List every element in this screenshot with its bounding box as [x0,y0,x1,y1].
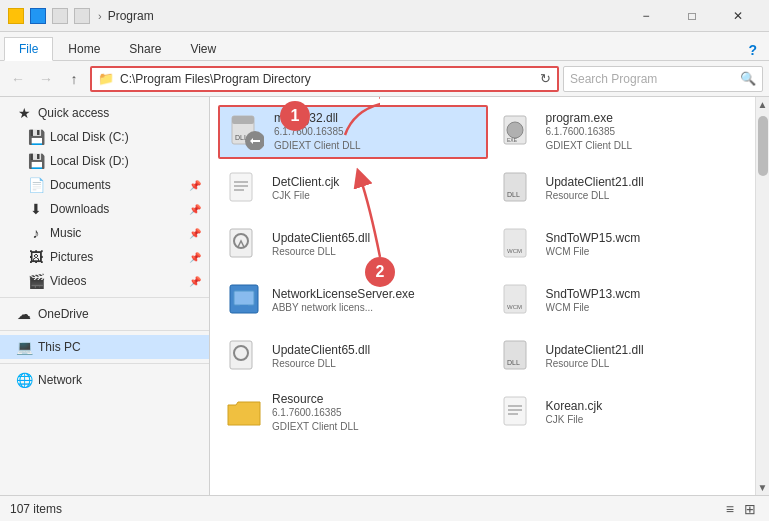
item-count: 107 items [10,502,62,516]
sidebar-item-label: Local Disk (D:) [50,154,201,168]
file-item-sndtowp15[interactable]: WCM SndToWP15.wcm WCM File [492,219,762,271]
file-icon-sndtowp15: WCM [498,225,538,265]
file-detail-updateclient21b: Resource DLL [546,357,756,371]
file-item-detclient[interactable]: DetClient.cjk CJK File [218,163,488,215]
annotation-badge-2: 2 [365,257,395,287]
file-item-program-exe[interactable]: EXE program.exe 6.1.7600.16385 GDIEXT Cl… [492,105,762,159]
tab-share[interactable]: Share [115,38,175,60]
sidebar-item-quick-access[interactable]: ★ Quick access [0,101,209,125]
file-item-sndtowp13[interactable]: WCM SndToWP13.wcm WCM File [492,275,762,327]
downloads-icon: ⬇ [28,201,44,217]
file-detail-resource-2: GDIEXT Client DLL [272,420,482,434]
view-list-button[interactable]: ≡ [723,501,737,517]
file-icon-sndtowp13: WCM [498,281,538,321]
local-disk-d-icon: 💾 [28,153,44,169]
sidebar-item-local-disk-d[interactable]: 💾 Local Disk (D:) [0,149,209,173]
file-item-updateclient21b[interactable]: DLL UpdateClient21.dll Resource DLL [492,331,762,383]
file-icon-networklicense [224,281,264,321]
file-item-updateclient65b[interactable]: UpdateClient65.dll Resource DLL [218,331,488,383]
scrollbar-vertical[interactable]: ▲ ▼ [755,97,769,495]
close-button[interactable]: ✕ [715,0,761,32]
file-name-updateclient65b: UpdateClient65.dll [272,343,482,357]
quick-access-icon: ★ [16,105,32,121]
sidebar-divider3 [0,363,209,364]
sidebar-item-label: Downloads [50,202,183,216]
search-icon[interactable]: 🔍 [740,71,756,86]
onedrive-icon: ☁ [16,306,32,322]
svg-rect-9 [234,185,248,187]
file-item-msimg32[interactable]: DLL msimg32.dll 6.1.7600.16385 GDIEXT Cl… [218,105,488,159]
main-content: ★ Quick access 💾 Local Disk (C:) 💾 Local… [0,97,769,495]
help-button[interactable]: ? [740,40,765,60]
sidebar-item-music[interactable]: ♪ Music 📌 [0,221,209,245]
file-info-detclient: DetClient.cjk CJK File [272,175,482,203]
file-name-korean: Korean.cjk [546,399,756,413]
file-info-updateclient21: UpdateClient21.dll Resource DLL [546,175,756,203]
sidebar-item-downloads[interactable]: ⬇ Downloads 📌 [0,197,209,221]
window-controls: − □ ✕ [623,0,761,32]
sidebar-item-label: Documents [50,178,183,192]
search-bar: Search Program 🔍 [563,66,763,92]
svg-text:DLL: DLL [507,191,520,198]
scrollbar-thumb[interactable] [758,116,768,176]
search-placeholder[interactable]: Search Program [570,72,740,86]
icon-yellow [8,8,24,24]
scrollbar-up-arrow[interactable]: ▲ [756,97,769,112]
tab-home[interactable]: Home [54,38,114,60]
maximize-button[interactable]: □ [669,0,715,32]
file-icon-detclient [224,169,264,209]
sidebar-item-this-pc[interactable]: 💻 This PC [0,335,209,359]
file-info-korean: Korean.cjk CJK File [546,399,756,427]
file-detail-sndtowp13: WCM File [546,301,756,315]
file-detail-msimg32-2: GDIEXT Client DLL [274,139,480,153]
file-info-resource: Resource 6.1.7600.16385 GDIEXT Client DL… [272,392,482,434]
address-text[interactable]: C:\Program Files\Program Directory [120,72,536,86]
svg-rect-18 [234,291,254,305]
sidebar-item-label: Videos [50,274,183,288]
refresh-button[interactable]: ↻ [540,71,551,86]
file-item-resource[interactable]: Resource 6.1.7600.16385 GDIEXT Client DL… [218,387,488,439]
pictures-icon: 🖼 [28,249,44,265]
scrollbar-down-arrow[interactable]: ▼ [756,480,769,495]
sidebar-item-documents[interactable]: 📄 Documents 📌 [0,173,209,197]
svg-rect-8 [234,181,248,183]
file-name-updateclient21b: UpdateClient21.dll [546,343,756,357]
file-detail-detclient: CJK File [272,189,482,203]
sidebar-item-videos[interactable]: 🎬 Videos 📌 [0,269,209,293]
tab-view[interactable]: View [176,38,230,60]
status-bar: 107 items ≡ ⊞ [0,495,769,521]
sidebar-item-label: Pictures [50,250,183,264]
sidebar-item-onedrive[interactable]: ☁ OneDrive [0,302,209,326]
file-item-korean[interactable]: Korean.cjk CJK File [492,387,762,439]
local-disk-c-icon: 💾 [28,129,44,145]
file-info-networklicense: NetworkLicenseServer.exe ABBY network li… [272,287,482,315]
sidebar-item-label: OneDrive [38,307,201,321]
view-grid-button[interactable]: ⊞ [741,501,759,517]
file-name-detclient: DetClient.cjk [272,175,482,189]
back-button[interactable]: ← [6,67,30,91]
file-info-sndtowp15: SndToWP15.wcm WCM File [546,231,756,259]
file-item-updateclient21[interactable]: DLL UpdateClient21.dll Resource DLL [492,163,762,215]
minimize-button[interactable]: − [623,0,669,32]
file-detail-updateclient65b: Resource DLL [272,357,482,371]
ribbon: File Home Share View ? [0,32,769,61]
forward-button[interactable]: → [34,67,58,91]
file-item-updateclient65[interactable]: UpdateClient65.dll Resource DLL [218,219,488,271]
pin-icon: 📌 [189,276,201,287]
file-name-resource: Resource [272,392,482,406]
sidebar-item-label: This PC [38,340,201,354]
address-bar: ← → ↑ 📁 C:\Program Files\Program Directo… [0,61,769,97]
file-area-wrap: 1 DLL msimg32.dll 6.1.7600.16385 GDIEXT … [210,97,769,495]
documents-icon: 📄 [28,177,44,193]
tab-file[interactable]: File [4,37,53,61]
sidebar-item-local-disk-c[interactable]: 💾 Local Disk (C:) [0,125,209,149]
file-name-sndtowp15: SndToWP15.wcm [546,231,756,245]
sidebar: ★ Quick access 💾 Local Disk (C:) 💾 Local… [0,97,210,495]
sidebar-divider2 [0,330,209,331]
up-button[interactable]: ↑ [62,67,86,91]
file-info-updateclient21b: UpdateClient21.dll Resource DLL [546,343,756,371]
sidebar-item-pictures[interactable]: 🖼 Pictures 📌 [0,245,209,269]
file-item-networklicense[interactable]: NetworkLicenseServer.exe ABBY network li… [218,275,488,327]
sidebar-item-network[interactable]: 🌐 Network [0,368,209,392]
svg-rect-1 [232,116,254,124]
